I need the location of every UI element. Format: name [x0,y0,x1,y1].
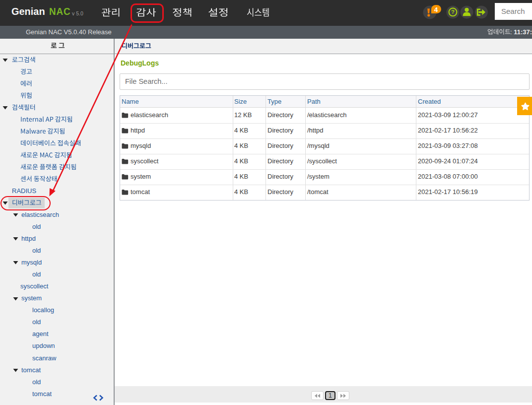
svg-text:4: 4 [434,6,438,13]
svg-text:?: ? [451,9,455,15]
